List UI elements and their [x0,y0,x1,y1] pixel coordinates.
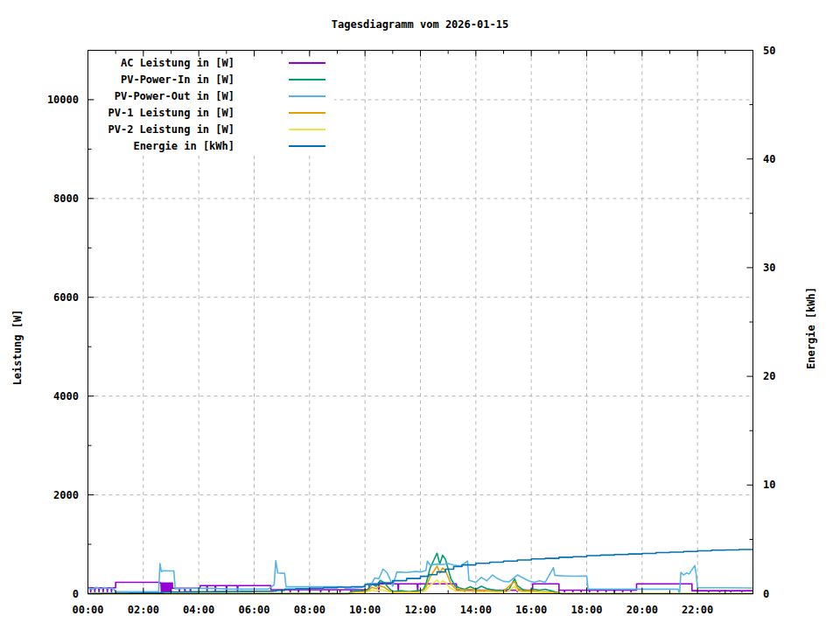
x-tick-label: 02:00 [128,604,159,616]
x-tick-label: 04:00 [183,604,214,616]
x-tick-label: 16:00 [515,604,547,616]
x-tick-label: 20:00 [626,604,658,616]
y-left-tick-label: 4000 [53,390,79,402]
daily-diagram-chart: Tagesdiagramm vom 2026-01-15 Leistung [W… [0,0,840,630]
x-tick-label: 22:00 [682,604,713,616]
x-tick-label: 14:00 [460,604,492,616]
y-right-tick-label: 50 [763,45,775,57]
x-tick-label: 00:00 [72,604,103,616]
legend-label: Energie in [kWh] [133,140,234,152]
y-right-tick-label: 40 [763,153,775,165]
legend-label: AC Leistung in [W] [121,57,234,69]
legend-label: PV-1 Leistung in [W] [108,107,235,119]
legend-label: PV-Power-In in [W] [121,74,234,86]
x-tick-label: 10:00 [349,604,381,616]
legend-label: PV-Power-Out in [W] [115,90,234,102]
x-tick-label: 18:00 [570,604,602,616]
y-right-tick-label: 30 [763,262,775,274]
y-right-tick-label: 20 [763,370,775,382]
y-left-tick-label: 8000 [53,192,79,205]
y-left-tick-label: 6000 [53,291,79,304]
plot-area: 02000400060008000100000102030405000:0002… [0,0,840,630]
y-right-tick-label: 10 [763,479,775,491]
x-tick-label: 12:00 [404,604,436,616]
y-left-tick-label: 2000 [53,489,79,501]
x-tick-label: 08:00 [294,604,326,616]
y-right-tick-label: 0 [763,588,769,600]
y-left-tick-label: 0 [73,588,79,600]
x-tick-label: 06:00 [238,604,270,616]
y-left-tick-label: 10000 [47,94,79,106]
legend-label: PV-2 Leistung in [W] [108,123,235,136]
